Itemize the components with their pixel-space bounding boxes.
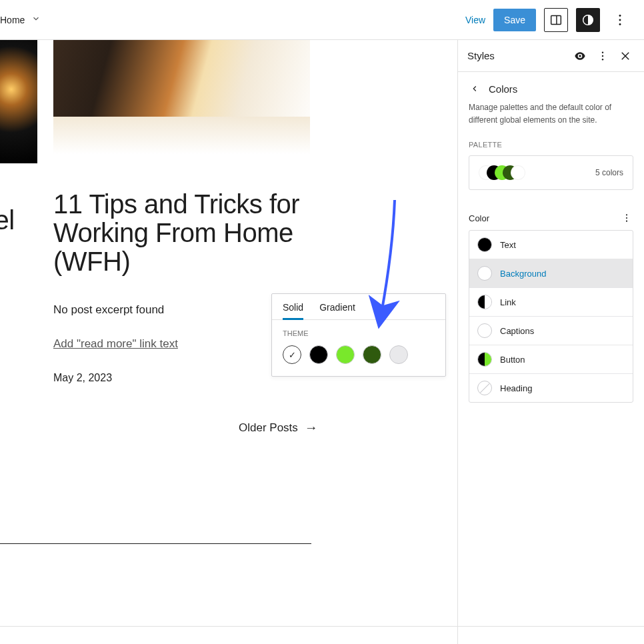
colors-title: Colors <box>489 83 517 95</box>
color-item-heading[interactable]: Heading <box>469 374 633 402</box>
svg-point-13 <box>626 217 627 219</box>
close-sidebar-button[interactable] <box>616 47 635 65</box>
tab-solid[interactable]: Solid <box>283 294 303 319</box>
svg-point-3 <box>619 15 621 17</box>
back-button[interactable] <box>469 83 481 95</box>
swatch-icon <box>477 381 492 395</box>
swatch-dark-green[interactable] <box>363 345 381 364</box>
color-item-text[interactable]: Text <box>469 231 633 259</box>
color-item-label: Captions <box>500 326 534 336</box>
styles-more-menu[interactable] <box>593 47 612 65</box>
editor-canvas: vel 11 Tips and Tricks for Working From … <box>0 40 457 644</box>
color-section-label: Color <box>469 213 489 223</box>
check-icon: ✓ <box>289 350 296 360</box>
read-more-link[interactable]: Add "read more" link text <box>53 337 178 351</box>
chevron-down-icon[interactable] <box>31 14 41 25</box>
panel-toggle-button[interactable] <box>544 8 568 32</box>
post-title[interactable]: 11 Tips and Tricks for Working From Home… <box>53 190 307 277</box>
color-section-menu[interactable] <box>620 211 633 225</box>
color-item-label: Link <box>500 297 516 307</box>
palette-count: 5 colors <box>595 168 623 177</box>
swatch-icon <box>477 266 492 281</box>
color-picker-tabs: Solid Gradient <box>272 294 445 320</box>
swatch-icon <box>477 295 492 309</box>
swatch-grey[interactable] <box>389 345 408 364</box>
topbar-left: Home <box>0 14 41 25</box>
tab-gradient[interactable]: Gradient <box>319 294 355 319</box>
topbar-right: View Save <box>465 8 632 32</box>
color-item-label: Text <box>500 240 516 250</box>
viewport-bottom-border <box>0 626 644 627</box>
swatch-icon <box>477 323 492 338</box>
swatch-black[interactable] <box>309 345 328 364</box>
topbar: Home View Save <box>0 0 644 40</box>
palette-box[interactable]: 5 colors <box>469 155 633 190</box>
color-item-label: Button <box>500 355 525 365</box>
svg-point-7 <box>602 51 603 53</box>
styles-header: Styles <box>458 40 644 72</box>
save-button[interactable]: Save <box>493 9 536 31</box>
post-date: May 2, 2023 <box>53 372 112 384</box>
swatch-icon <box>477 237 492 252</box>
color-item-link[interactable]: Link <box>469 288 633 317</box>
styles-title: Styles <box>467 50 567 61</box>
palette-label: PALETTE <box>469 141 633 149</box>
color-item-label: Background <box>500 269 546 279</box>
prev-post-title-fragment: vel <box>0 205 15 235</box>
arrow-right-icon: → <box>305 420 318 435</box>
styles-toggle-button[interactable] <box>576 8 600 32</box>
svg-point-4 <box>619 19 621 21</box>
svg-rect-0 <box>551 15 561 24</box>
view-link[interactable]: View <box>465 15 485 25</box>
older-posts-label: Older Posts <box>239 421 298 435</box>
color-item-captions[interactable]: Captions <box>469 317 633 345</box>
style-book-button[interactable] <box>571 47 589 65</box>
svg-point-5 <box>619 23 621 25</box>
svg-point-14 <box>626 221 627 222</box>
post-excerpt[interactable]: No post excerpt found <box>53 303 164 317</box>
svg-point-8 <box>602 55 603 56</box>
theme-label: THEME <box>283 329 435 337</box>
svg-point-9 <box>602 59 603 60</box>
svg-point-12 <box>626 214 627 215</box>
theme-swatches: ✓ <box>283 345 435 364</box>
color-item-background[interactable]: Background <box>469 259 633 288</box>
color-list: Text Background Link Captions <box>469 230 633 403</box>
swatch-icon <box>477 352 492 367</box>
divider <box>0 543 311 544</box>
post-image-left[interactable] <box>0 40 37 163</box>
styles-sidebar: Styles Colors Manage palettes and the de… <box>457 40 644 644</box>
color-item-label: Heading <box>500 383 532 393</box>
post-image-right[interactable] <box>53 40 310 163</box>
palette-swatches <box>479 164 525 181</box>
color-picker-popover: Solid Gradient THEME ✓ <box>271 293 446 377</box>
older-posts-link[interactable]: Older Posts → <box>239 420 318 435</box>
colors-description: Manage palettes and the default color of… <box>469 101 633 126</box>
svg-point-6 <box>579 55 581 57</box>
color-item-button[interactable]: Button <box>469 345 633 374</box>
breadcrumb-home[interactable]: Home <box>0 15 25 25</box>
more-menu-button[interactable] <box>608 8 632 32</box>
swatch-white[interactable]: ✓ <box>283 345 301 364</box>
swatch-green[interactable] <box>336 345 355 364</box>
